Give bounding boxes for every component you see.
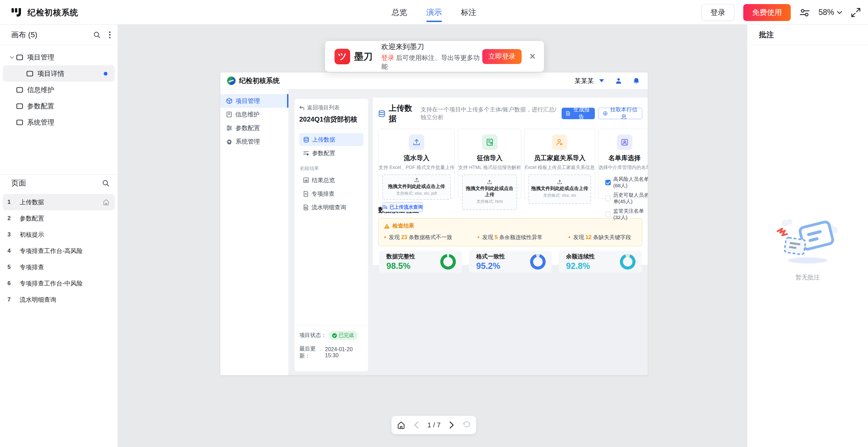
dropzone-credit[interactable]: 拖拽文件到此处或点击上传 支持格式: html [462, 174, 517, 210]
brand-name: 墨刀 [354, 50, 372, 63]
card-flow-import: 流水导入 支持 Excel、PDF 格式文件批量上传 拖拽文件到此处或点击上传 … [378, 129, 455, 199]
generate-report-button[interactable]: 生成报告 [562, 108, 595, 119]
page-item-7[interactable]: 7 流水明细查询 [3, 292, 115, 308]
cube-icon [226, 98, 232, 104]
tree-item-parameter-config[interactable]: 参数配置 [3, 98, 115, 114]
bar-chart-icon [303, 177, 309, 183]
menu-item-parameter-config[interactable]: 参数配置 [299, 147, 363, 159]
tree-item-info-maintenance[interactable]: 信息维护 [3, 82, 115, 98]
login-now-button[interactable]: 立即登录 [482, 49, 522, 64]
database-icon [303, 137, 309, 143]
annotation-empty-state: 暂无批注 [747, 210, 868, 281]
page-item-1[interactable]: 1 上传数据 [3, 194, 115, 210]
card-family-relation-import: 员工家庭关系导入 Excel 模板上传员工家庭关系信息 拖拽文件到此处或点击上传… [524, 129, 595, 199]
settings-sliders-icon[interactable] [800, 8, 810, 17]
page-item-3[interactable]: 3 初核提示 [3, 227, 115, 243]
list-checkboxes: 高风险人员名单(68人) 历史可疑人员名单(45人) 监管关注名单(32人) [605, 176, 648, 221]
menu-item-special-check[interactable]: 专项排查 [299, 187, 363, 200]
top-bar: 纪检初核系统 总览 演示 标注 登录 免费使用 58% [0, 0, 868, 25]
menu-item-upload-data[interactable]: 上传数据 [299, 133, 363, 146]
nav-item-parameter-config[interactable]: 参数配置 [220, 121, 288, 135]
checkbox-regulator-watch[interactable]: 监管关注名单(32人) [605, 208, 648, 221]
chevron-down-icon[interactable] [7, 56, 16, 59]
pull-bank-info-button[interactable]: 拉取本行信息 [598, 108, 642, 119]
checkbox-unchecked-icon[interactable] [605, 212, 611, 217]
free-use-button[interactable]: 免费使用 [743, 4, 791, 21]
menu-item-flow-detail-query[interactable]: 流水明细查询 [299, 201, 363, 214]
menu-item-results-overview[interactable]: 结果总览 [299, 174, 363, 187]
page-counter: 1 / 7 [427, 421, 441, 429]
tab-overview[interactable]: 总览 [392, 0, 407, 25]
page-item-6[interactable]: 6 专项排查工作台-中风险 [3, 275, 115, 292]
donut-chart [620, 254, 635, 270]
page-item-5[interactable]: 5 专项排查 [3, 259, 115, 275]
checkbox-checked-icon[interactable] [605, 180, 611, 185]
donut-chart [440, 254, 456, 270]
section-label-results: 初核结果 [300, 166, 363, 172]
search-icon[interactable] [93, 31, 101, 39]
empty-notes-illustration [747, 210, 868, 268]
metric-format-consistency: 格式一致性 95.2% [469, 251, 552, 273]
project-sidebar: 返回项目列表 2024Q1信贷部初核 上传数据 参数配置 初核结果 [295, 99, 368, 371]
nav-item-project-management[interactable]: 项目管理 [220, 94, 288, 108]
restart-icon[interactable] [463, 421, 471, 429]
search-icon[interactable] [102, 179, 109, 187]
dropzone-family[interactable]: 拖拽文件到此处或点击上传 支持格式: xlsx, xls [528, 174, 591, 204]
checkbox-history-suspect[interactable]: 历史可疑人员名单(45人) [605, 192, 648, 205]
donut-chart [530, 254, 546, 270]
return-arrow-icon [299, 106, 304, 110]
banner-subtitle: 登录 后可使用标注、导出等更多功能 [381, 54, 482, 71]
frame-icon [26, 71, 33, 77]
checkbox-high-risk[interactable]: 高风险人员名单(68人) [605, 176, 648, 189]
next-page-icon[interactable] [449, 421, 454, 429]
document-upload-icon [482, 134, 498, 150]
nav-item-system-management[interactable]: 系统管理 [220, 135, 288, 148]
prototype-nav: 项目管理 信息维护 参数配置 [220, 89, 288, 375]
frame-icon [16, 103, 23, 109]
nav-item-info-maintenance[interactable]: 信息维护 [220, 108, 288, 121]
frame-icon [16, 120, 23, 125]
uploaded-flow-query-button[interactable]: 已上传流水查询 [382, 202, 423, 212]
prototype-header: 纪检初核系统 某某某 [220, 72, 648, 89]
card-credit-import: 征信导入 支持 HTML 格式征信报告解析 拖拽文件到此处或点击上传 支持格式:… [458, 129, 521, 199]
login-link[interactable]: 登录 [381, 54, 394, 61]
mockingbot-badge-icon: ツ [335, 49, 350, 64]
dropzone-flow[interactable]: 拖拽文件到此处或点击上传 支持格式: xlsx, xls, pdf [382, 174, 451, 200]
sliders-icon [226, 125, 232, 131]
finding-format: •发现 23 条数据格式不一致 [384, 234, 478, 241]
frame-icon [16, 87, 23, 93]
page-navigator: 1 / 7 [391, 416, 476, 434]
checkbox-unchecked-icon[interactable] [605, 196, 611, 201]
tree-item-system-management[interactable]: 系统管理 [3, 114, 115, 130]
annotation-panel: 批注 暂无批注 [747, 25, 868, 447]
zoom-level: 58% [819, 8, 834, 17]
bell-icon[interactable] [633, 78, 640, 84]
card-list-library-select: 名单库选择 选择中介库管理内的名单 高风险人员名单(68人) 历史可疑人员名单(… [598, 129, 648, 199]
tab-annotate[interactable]: 标注 [461, 0, 477, 25]
tab-present[interactable]: 演示 [426, 0, 442, 25]
import-cards: 流水导入 支持 Excel、PDF 格式文件批量上传 拖拽文件到此处或点击上传 … [378, 129, 642, 199]
back-to-projects[interactable]: 返回项目列表 [299, 104, 363, 111]
prev-page-icon[interactable] [414, 421, 419, 429]
home-icon[interactable] [397, 421, 405, 429]
pages-panel-title: 页面 [11, 178, 102, 188]
more-kebab-icon[interactable] [109, 31, 111, 39]
page-item-2[interactable]: 2 参数配置 [3, 210, 115, 227]
sliders-gear-icon [303, 150, 309, 156]
warning-icon [384, 224, 390, 229]
tree-item-project-management[interactable]: 项目管理 [3, 49, 115, 65]
username[interactable]: 某某某 [574, 77, 594, 85]
page-item-4[interactable]: 4 专项排查工作台-高风险 [3, 243, 115, 259]
banner-title: 欢迎来到墨刀 [381, 42, 482, 51]
zoom-control[interactable]: 58% [819, 8, 842, 17]
user-caret-icon[interactable] [599, 79, 604, 82]
mockingbot-logo-icon [12, 8, 22, 17]
project-status-footer: 项目状态： 已完成 最后更新： 2024-01-20 15:30 [295, 325, 368, 366]
close-icon[interactable]: ✕ [529, 52, 536, 61]
user-icon[interactable] [615, 78, 622, 84]
login-button[interactable]: 登录 [701, 4, 734, 21]
panel-title: 上传数据 [389, 103, 417, 124]
view-tabs: 总览 演示 标注 [392, 0, 477, 25]
fullscreen-icon[interactable] [851, 8, 861, 17]
tree-item-project-detail[interactable]: 项目详情 [3, 65, 115, 82]
